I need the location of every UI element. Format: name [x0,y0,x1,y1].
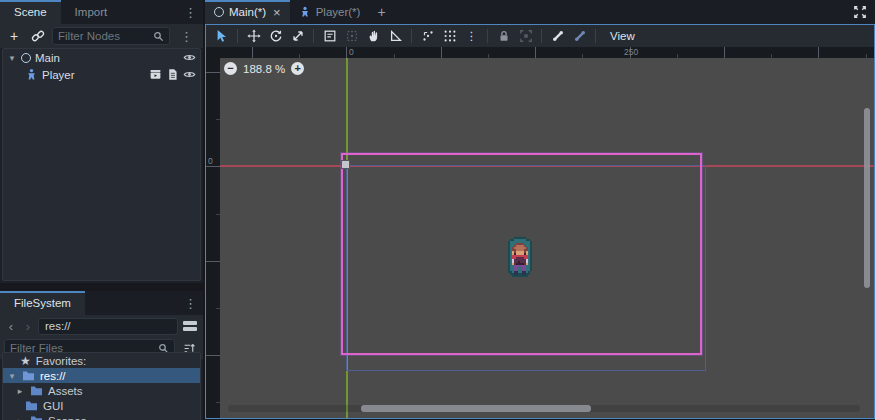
tab-import[interactable]: Import [61,0,122,24]
zoom-out-button[interactable]: − [224,62,237,75]
ruler-icon [389,29,403,43]
node-main-label: Main [35,52,60,64]
rotate-tool-button[interactable] [266,27,285,45]
filter-nodes-input[interactable]: Filter Nodes [52,27,170,45]
rotate-icon [269,29,283,43]
folder-row-gui[interactable]: GUI [3,398,200,413]
snap-options-menu[interactable]: ⋮ [462,27,481,45]
path-value: res:// [45,320,71,332]
filesystem-panel: FileSystem ⋮ ‹ › res:// Filter Files ★ F… [0,291,203,420]
ruler-label-0: 0 [349,47,354,57]
search-icon [153,31,164,42]
tab-scene[interactable]: Scene [0,0,61,24]
clapper-icon[interactable] [149,68,162,81]
player-sprite[interactable] [506,237,534,277]
tab-filesystem[interactable]: FileSystem [0,291,85,315]
move-tool-button[interactable] [244,27,263,45]
filesystem-dock-tabs: FileSystem ⋮ [0,291,203,315]
bone-icon [551,29,565,43]
scene-tab-player-label: Player(*) [316,6,361,18]
visibility-icon[interactable] [183,68,196,81]
ruler-label-0: 0 [208,156,213,166]
filesystem-tree: ★ Favorites: ▾ res:// ▸ Assets GUI ▸ Sce… [2,352,201,420]
main-editor: Main(*) × Player(*) + [205,0,875,420]
folder-row-assets[interactable]: ▸ Assets [3,383,200,398]
node2d-icon [21,53,31,63]
folder-row-res[interactable]: ▾ res:// [3,368,200,383]
smart-snap-button[interactable] [418,27,437,45]
path-field[interactable]: res:// [38,318,178,335]
skeleton-options-button[interactable] [570,27,589,45]
pan-tool-button[interactable] [364,27,383,45]
lock-object-button[interactable] [494,27,513,45]
tree-row-main[interactable]: ▾ Main [3,49,200,66]
scene-tab-bar: Main(*) × Player(*) + [205,0,875,24]
horizontal-scrollbar-thumb[interactable] [361,405,591,412]
display-mode-button[interactable] [181,318,199,334]
vertical-scrollbar[interactable] [864,108,870,294]
horizontal-scrollbar[interactable] [228,405,860,412]
expand-icon[interactable]: ▸ [15,386,25,396]
ruler-label-250: 250 [624,47,638,57]
grid-snap-icon [443,29,457,43]
horizontal-ruler[interactable]: 0 250 [220,47,874,58]
instance-scene-button[interactable] [28,27,48,45]
zoom-controls: − 188.8 % + [224,62,304,75]
close-icon[interactable]: × [273,5,281,20]
collapse-icon[interactable]: ▾ [7,371,17,381]
select-tool-button[interactable] [212,27,231,45]
select-region-button[interactable] [342,27,361,45]
scene-tab-player[interactable]: Player(*) [290,0,370,24]
collapse-icon[interactable]: ▾ [7,53,17,63]
expand-icon [853,5,867,19]
scene-dock-tabs: Scene Import ⋮ [0,0,203,24]
filesystem-menu-icon[interactable]: ⋮ [178,291,203,315]
tree-row-player[interactable]: Player [3,66,200,83]
player-node-icon [25,68,38,81]
visibility-icon[interactable] [183,51,196,64]
scene-tree: ▾ Main Player [2,48,201,281]
folder-row-scenes[interactable]: ▸ Scenes [3,413,200,420]
vertical-ruler[interactable]: 0 [206,58,220,418]
favorites-row[interactable]: ★ Favorites: [3,353,200,368]
nav-back-button[interactable]: ‹ [4,319,18,334]
link-icon [31,29,45,43]
group-object-button[interactable] [516,27,535,45]
vertical-scrollbar-thumb[interactable] [864,108,870,288]
add-node-button[interactable]: + [4,27,24,45]
folder-icon [22,370,35,381]
zoom-in-button[interactable]: + [291,62,304,75]
star-icon: ★ [20,354,31,368]
bone-options-icon [573,29,587,43]
script-icon[interactable] [166,68,179,81]
canvas-viewport[interactable]: − 188.8 % + [220,58,874,418]
list-select-button[interactable] [320,27,339,45]
ruler-tool-button[interactable] [386,27,405,45]
expand-icon[interactable]: ▸ [15,416,25,420]
move-icon [247,29,261,43]
scale-icon [291,29,305,43]
origin-anchor-handle[interactable] [341,160,350,169]
folder-scenes-label: Scenes [48,415,86,420]
distraction-free-button[interactable] [845,0,875,24]
lock-icon [497,29,511,43]
grid-snap-button[interactable] [440,27,459,45]
smart-snap-icon [421,29,435,43]
zoom-percent-label[interactable]: 188.8 % [243,63,285,75]
scene-dock-menu-icon[interactable]: ⋮ [178,0,203,24]
select-region-icon [345,29,359,43]
pan-hand-icon [367,29,381,43]
skeleton-button[interactable] [548,27,567,45]
scene-tab-main-label: Main(*) [229,6,266,18]
view-menu-button[interactable]: View [602,30,643,42]
new-scene-tab-button[interactable]: + [369,0,393,24]
tab-scene-label: Scene [14,6,47,18]
scene-tab-main[interactable]: Main(*) × [205,0,290,24]
node-player-label: Player [42,69,75,81]
scale-tool-button[interactable] [288,27,307,45]
folder-res-label: res:// [40,370,66,382]
group-icon [519,29,533,43]
nav-forward-button[interactable]: › [21,319,35,334]
canvas-toolbar: ⋮ View [206,25,874,47]
scene-tree-menu-icon[interactable]: ⋮ [174,29,199,44]
